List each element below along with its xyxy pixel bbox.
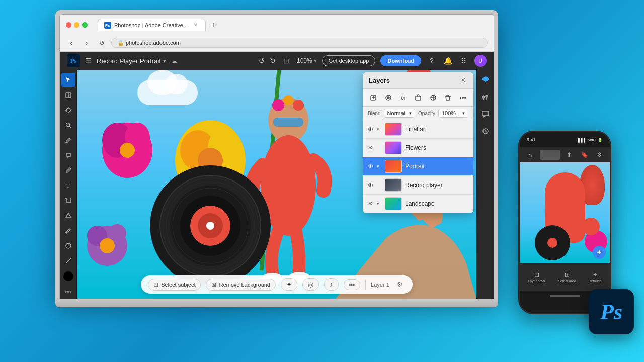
ruler-tool[interactable]: [61, 254, 75, 268]
maximize-button[interactable]: [82, 22, 88, 28]
adjustment-button[interactable]: ◎: [302, 278, 319, 291]
phone-settings-icon[interactable]: ⚙: [594, 149, 605, 160]
history-panel-button[interactable]: [478, 124, 493, 138]
select-subject-icon: ⊡: [153, 281, 158, 288]
zoom-display[interactable]: 100% ▾: [297, 57, 317, 64]
adjustments-panel-button[interactable]: [478, 90, 493, 104]
apps-icon[interactable]: ⠿: [458, 55, 469, 66]
layer-name: Final art: [405, 126, 469, 133]
help-icon[interactable]: ?: [426, 55, 437, 66]
close-button[interactable]: [66, 22, 71, 28]
layer-item[interactable]: 👁 ▾ Landscape: [363, 195, 473, 213]
more-layer-options[interactable]: •••: [457, 92, 468, 103]
refresh-button[interactable]: ↺: [96, 37, 107, 48]
notifications-icon[interactable]: 🔔: [442, 55, 453, 66]
blend-mode-select[interactable]: Normal ▾: [384, 109, 416, 118]
layer-name: Record player: [405, 182, 469, 189]
pen-tool[interactable]: [61, 133, 75, 147]
active-tab[interactable]: Ps Photoshop | Adobe Creative ... ✕: [98, 19, 206, 31]
layer-item[interactable]: 👁 ▾ Final art: [363, 120, 473, 139]
right-panel: [476, 70, 494, 299]
minimize-button[interactable]: [74, 22, 79, 28]
select-subject-button[interactable]: ⊡ Select subject: [148, 279, 201, 291]
fx-button[interactable]: fx: [397, 92, 409, 103]
phone-share-icon[interactable]: ⬆: [564, 149, 575, 160]
layers-actions: fx •••: [363, 89, 473, 107]
opacity-select[interactable]: 100% ▾: [438, 109, 468, 118]
new-tab-button[interactable]: +: [208, 19, 220, 31]
crop-tool[interactable]: [61, 194, 75, 208]
layer-name: Landscape: [405, 200, 469, 207]
browser-chrome: Ps Photoshop | Adobe Creative ... ✕ + ‹ …: [60, 15, 494, 52]
layer-expand-icon[interactable]: ▾: [377, 164, 382, 169]
layer-name-display: Layer 1: [371, 282, 389, 288]
select-tool[interactable]: [61, 73, 75, 87]
phone-layer-properties[interactable]: ⊡ Layer prop.: [528, 271, 545, 283]
file-name[interactable]: Record Player Portrait ▾: [97, 57, 166, 65]
shape-tool[interactable]: [61, 209, 75, 223]
url-input[interactable]: 🔒 photoshop.adobe.com: [111, 38, 488, 48]
circle-tool[interactable]: [61, 239, 75, 253]
phone-slider: [540, 150, 560, 160]
layers-panel-close[interactable]: ✕: [459, 76, 467, 84]
ps-big-icon: Ps: [589, 289, 634, 334]
appbar-right: ↺ ↻ ⊡ 100% ▾ Get desktop app Download ? …: [259, 55, 487, 67]
layer-visibility-icon[interactable]: 👁: [367, 201, 374, 207]
selection-tool[interactable]: [61, 88, 75, 102]
generative-fill-button[interactable]: ✦: [281, 278, 297, 291]
phone-home-icon[interactable]: ⌂: [525, 149, 536, 160]
tab-close-button[interactable]: ✕: [192, 22, 199, 29]
type-tool[interactable]: T: [61, 178, 75, 193]
layer-item[interactable]: 👁 Flowers: [363, 139, 473, 157]
layer-visibility-icon[interactable]: 👁: [367, 126, 374, 132]
phone-red-flower2: [582, 218, 600, 235]
layers-panel: Layers ✕: [363, 72, 473, 213]
delete-layer-button[interactable]: [443, 92, 454, 103]
smart-object-button[interactable]: [413, 92, 424, 103]
layer-visibility-icon[interactable]: 👁: [367, 163, 374, 169]
layer-visibility-icon[interactable]: 👁: [367, 145, 374, 151]
zoom-tool[interactable]: [61, 118, 75, 132]
download-button[interactable]: Download: [380, 55, 421, 66]
more-tools[interactable]: •••: [64, 288, 72, 296]
phone-select-area[interactable]: ⊞ Select area: [558, 271, 576, 283]
get-desktop-button[interactable]: Get desktop app: [322, 55, 376, 66]
cloud-status: ☁: [171, 57, 178, 65]
phone-bottom-toolbar: ⊡ Layer prop. ⊞ Select area ✦ Retouch: [520, 263, 610, 291]
back-button[interactable]: ‹: [66, 37, 77, 48]
foreground-color[interactable]: [63, 271, 73, 281]
user-avatar[interactable]: U: [474, 55, 487, 67]
phone-add-button[interactable]: +: [593, 246, 606, 259]
layer-expand-icon[interactable]: ▾: [377, 201, 382, 206]
more-button[interactable]: •••: [344, 279, 361, 290]
phone-retouch[interactable]: ✦ Retouch: [589, 271, 602, 283]
forward-button[interactable]: ›: [81, 37, 92, 48]
layers-panel-title: Layers: [369, 77, 390, 84]
note-button[interactable]: ♪: [324, 278, 339, 291]
laptop-screen: Ps Photoshop | Adobe Creative ... ✕ + ‹ …: [59, 14, 494, 299]
purple-flower-bottom: [85, 223, 130, 274]
hamburger-menu[interactable]: ☰: [85, 57, 92, 65]
adjustment-layer-button[interactable]: [428, 92, 439, 103]
layers-panel-button[interactable]: [478, 73, 493, 87]
redo-icon[interactable]: ↻: [270, 57, 276, 65]
svg-rect-53: [482, 111, 489, 116]
layer-item[interactable]: 👁 Record player: [363, 176, 473, 195]
comments-panel-button[interactable]: [478, 107, 493, 121]
layer-settings-button[interactable]: ⚙: [394, 279, 406, 290]
vinyl-record: [147, 163, 273, 289]
transform-tool[interactable]: [61, 103, 75, 117]
phone-toolbar: ⌂ ⬆ 🔖 ⚙: [520, 147, 610, 162]
brush-tool[interactable]: [61, 163, 75, 177]
layer-expand-icon[interactable]: ▾: [377, 127, 382, 132]
layer-item[interactable]: 👁 ▾ Portrait: [363, 157, 473, 176]
mask-button[interactable]: [383, 92, 394, 103]
eyedropper-tool[interactable]: [61, 224, 75, 238]
note-tool[interactable]: [61, 148, 75, 162]
phone-bookmark-icon[interactable]: 🔖: [579, 149, 590, 160]
undo-icon[interactable]: ↺: [259, 57, 265, 65]
layer-visibility-icon[interactable]: 👁: [367, 182, 374, 188]
new-layer-button[interactable]: [368, 92, 379, 103]
layout-icon[interactable]: ⊡: [281, 55, 292, 66]
remove-background-button[interactable]: ⊠ Remove background: [206, 279, 276, 291]
